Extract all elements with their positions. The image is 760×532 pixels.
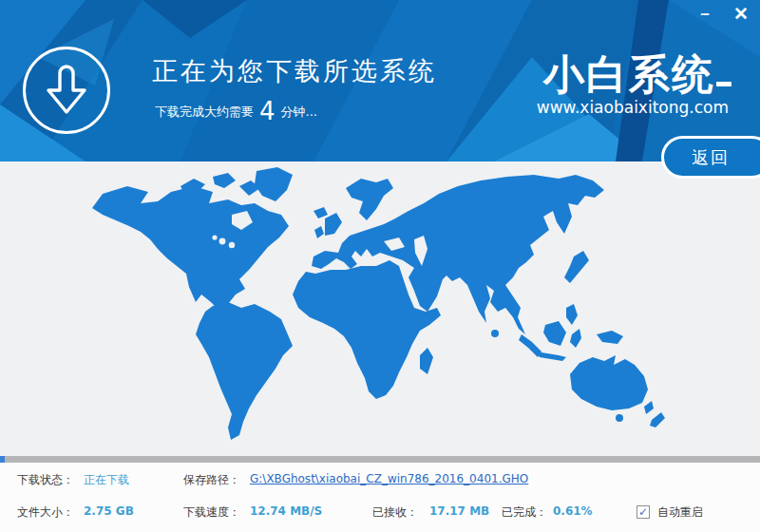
save-path-link[interactable]: G:\XBGhost\xiaobai_CZ_win786_2016_0401.G…: [250, 472, 528, 485]
auto-restart-checkbox[interactable]: ✓: [636, 505, 650, 519]
download-status-label: 下载状态：: [17, 472, 74, 488]
eta-prefix: 下载完成大约需要: [155, 104, 254, 119]
download-eta-text: 下载完成大约需要4分钟...: [155, 97, 317, 125]
world-map-svg: [0, 162, 760, 456]
app-window: – ✕ 正在为您下载所选系统 下载完成大约需要4分钟... 小白系统 www.x…: [0, 0, 760, 532]
download-icon: [23, 47, 110, 134]
auto-restart-label: 自动重启: [657, 504, 703, 521]
brand-website: www.xiaobaixitong.com: [537, 98, 729, 117]
close-button[interactable]: ✕: [728, 2, 754, 27]
completed-label: 已完成：: [502, 504, 547, 521]
file-size-label: 文件大小：: [17, 504, 74, 521]
save-path-label: 保存路径：: [183, 472, 240, 488]
back-button[interactable]: 返回: [661, 136, 760, 179]
download-status-value: 正在下载: [84, 472, 129, 488]
speed-value: 12.74 MB/S: [250, 504, 322, 518]
file-size-value: 2.75 GB: [84, 504, 134, 518]
minimize-button[interactable]: –: [692, 2, 718, 27]
download-progress-fill: [0, 456, 5, 463]
brand-logo: 小白系统: [543, 48, 732, 103]
download-progress-bar: [0, 456, 760, 463]
status-footer: 下载状态： 正在下载 保存路径： G:\XBGhost\xiaobai_CZ_w…: [0, 463, 760, 532]
received-label: 已接收：: [372, 504, 418, 521]
received-value: 17.17 MB: [429, 504, 489, 518]
page-title: 正在为您下载所选系统: [152, 54, 437, 88]
eta-suffix: 分钟...: [281, 104, 317, 119]
completed-value: 0.61%: [553, 504, 593, 518]
header: – ✕ 正在为您下载所选系统 下载完成大约需要4分钟... 小白系统 www.x…: [0, 0, 760, 162]
eta-minutes-value: 4: [254, 97, 281, 125]
window-controls: – ✕: [692, 2, 754, 27]
speed-label: 下载速度：: [183, 504, 240, 521]
logo-underline: [716, 82, 732, 86]
world-map: [0, 162, 760, 456]
